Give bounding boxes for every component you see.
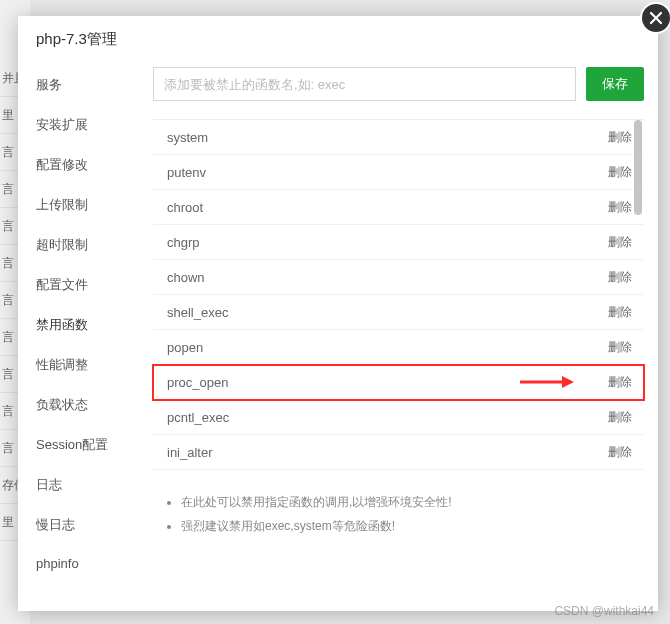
sidebar-item-0[interactable]: 服务 xyxy=(18,65,131,105)
sidebar-item-10[interactable]: 日志 xyxy=(18,465,131,505)
close-icon xyxy=(649,11,663,25)
function-row: ini_alter删除 xyxy=(153,435,644,470)
sidebar-item-2[interactable]: 配置修改 xyxy=(18,145,131,185)
delete-link[interactable]: 删除 xyxy=(608,269,632,286)
delete-link[interactable]: 删除 xyxy=(608,444,632,461)
scrollbar-track[interactable] xyxy=(634,120,642,470)
function-row: popen删除 xyxy=(153,330,644,365)
function-name: chown xyxy=(167,270,205,285)
sidebar-item-4[interactable]: 超时限制 xyxy=(18,225,131,265)
function-row: shell_exec删除 xyxy=(153,295,644,330)
sidebar-item-8[interactable]: 负载状态 xyxy=(18,385,131,425)
sidebar-item-3[interactable]: 上传限制 xyxy=(18,185,131,225)
php-manager-modal: php-7.3管理 服务安装扩展配置修改上传限制超时限制配置文件禁用函数性能调整… xyxy=(18,16,658,611)
delete-link[interactable]: 删除 xyxy=(608,409,632,426)
tip-item: 在此处可以禁用指定函数的调用,以增强环境安全性! xyxy=(181,490,644,514)
delete-link[interactable]: 删除 xyxy=(608,129,632,146)
delete-link[interactable]: 删除 xyxy=(608,374,632,391)
function-row: chown删除 xyxy=(153,260,644,295)
svg-marker-1 xyxy=(562,376,574,388)
main-panel: 保存 system删除putenv删除chroot删除chgrp删除chown删… xyxy=(131,59,658,607)
delete-link[interactable]: 删除 xyxy=(608,234,632,251)
function-name: pcntl_exec xyxy=(167,410,229,425)
sidebar-item-6[interactable]: 禁用函数 xyxy=(18,305,131,345)
sidebar-item-11[interactable]: 慢日志 xyxy=(18,505,131,545)
function-name: system xyxy=(167,130,208,145)
function-row: system删除 xyxy=(153,120,644,155)
sidebar-item-1[interactable]: 安装扩展 xyxy=(18,105,131,145)
modal-title: php-7.3管理 xyxy=(18,16,658,59)
delete-link[interactable]: 删除 xyxy=(608,339,632,356)
function-list: system删除putenv删除chroot删除chgrp删除chown删除sh… xyxy=(153,119,644,470)
delete-link[interactable]: 删除 xyxy=(608,304,632,321)
function-name: putenv xyxy=(167,165,206,180)
modal-body: 服务安装扩展配置修改上传限制超时限制配置文件禁用函数性能调整负载状态Sessio… xyxy=(18,59,658,607)
sidebar-item-7[interactable]: 性能调整 xyxy=(18,345,131,385)
function-name: ini_alter xyxy=(167,445,213,460)
function-name-input[interactable] xyxy=(153,67,576,101)
add-function-row: 保存 xyxy=(153,67,644,101)
tip-item: 强烈建议禁用如exec,system等危险函数! xyxy=(181,514,644,538)
highlight-arrow-icon xyxy=(518,373,574,391)
function-row: pcntl_exec删除 xyxy=(153,400,644,435)
function-row: proc_open删除 xyxy=(153,365,644,400)
sidebar-item-12[interactable]: phpinfo xyxy=(18,545,131,582)
watermark: CSDN @withkai44 xyxy=(554,604,654,618)
function-name: shell_exec xyxy=(167,305,228,320)
function-name: chroot xyxy=(167,200,203,215)
function-name: popen xyxy=(167,340,203,355)
function-name: proc_open xyxy=(167,375,228,390)
delete-link[interactable]: 删除 xyxy=(608,164,632,181)
tips-list: 在此处可以禁用指定函数的调用,以增强环境安全性!强烈建议禁用如exec,syst… xyxy=(153,490,644,538)
sidebar-item-9[interactable]: Session配置 xyxy=(18,425,131,465)
delete-link[interactable]: 删除 xyxy=(608,199,632,216)
save-button[interactable]: 保存 xyxy=(586,67,644,101)
function-row: chroot删除 xyxy=(153,190,644,225)
function-row: chgrp删除 xyxy=(153,225,644,260)
close-button[interactable] xyxy=(640,2,670,34)
scrollbar-thumb[interactable] xyxy=(634,120,642,215)
function-row: putenv删除 xyxy=(153,155,644,190)
sidebar: 服务安装扩展配置修改上传限制超时限制配置文件禁用函数性能调整负载状态Sessio… xyxy=(18,59,131,607)
sidebar-item-5[interactable]: 配置文件 xyxy=(18,265,131,305)
function-name: chgrp xyxy=(167,235,200,250)
